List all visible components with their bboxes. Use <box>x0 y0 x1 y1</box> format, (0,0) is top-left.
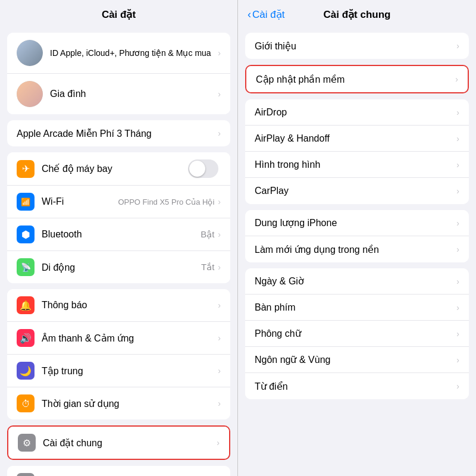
general-highlighted-section: ⚙ Cài đặt chung › <box>7 425 230 460</box>
family-label: Gia đình <box>50 89 218 99</box>
general-item[interactable]: ⚙ Cài đặt chung › <box>8 427 229 459</box>
dictionary-chevron: › <box>456 381 459 391</box>
cellular-item[interactable]: 📡 Di động Tắt › <box>7 251 230 283</box>
airplay-label: AirPlay & Handoff <box>255 133 456 144</box>
bluetooth-label: Bluetooth <box>42 229 201 240</box>
airplane-toggle[interactable] <box>188 159 218 178</box>
wifi-chevron: › <box>218 197 221 206</box>
datetime-label: Ngày & Giờ <box>255 275 456 287</box>
iphone-storage-item[interactable]: Dung lượng iPhone › <box>245 210 469 236</box>
software-update-item[interactable]: Cập nhật phần mềm › <box>246 66 468 92</box>
screentime-label: Thời gian sử dụng <box>42 398 218 409</box>
profile-section: ID Apple, iCloud+, Phương tiện & Mục mua… <box>7 33 230 114</box>
bluetooth-value: Bật <box>201 229 214 240</box>
notifications-section: 🔔 Thông báo › 🔊 Âm thanh & Cảm ứng › 🌙 T… <box>7 289 230 419</box>
iphone-storage-chevron: › <box>456 218 459 228</box>
fonts-item[interactable]: Phông chữ › <box>245 321 469 347</box>
family-item[interactable]: Gia đình › <box>7 74 230 114</box>
cellular-icon: 📡 <box>17 258 35 276</box>
back-button[interactable]: ‹ Cài đặt <box>248 8 284 21</box>
cellular-value: Tắt <box>201 262 214 273</box>
general-chevron: › <box>217 438 220 447</box>
notifications-chevron: › <box>218 300 221 310</box>
pip-item[interactable]: Hình trong hình › <box>245 152 469 178</box>
background-refresh-label: Làm mới ứng dụng trong nền <box>255 244 456 255</box>
about-label: Giới thiệu <box>255 40 456 52</box>
arcade-section: Apple Arcade Miễn Phí 3 Tháng › <box>7 120 230 146</box>
left-header: Cài đặt <box>0 0 237 27</box>
avatar-apple-id <box>17 40 43 66</box>
sounds-item[interactable]: 🔊 Âm thanh & Cảm ứng › <box>7 322 230 355</box>
more-section: ⊞ Trung tâm điều khiển › AA Màn hình & Đ… <box>7 466 230 476</box>
airdrop-label: AirDrop <box>255 107 456 118</box>
bluetooth-item[interactable]: ⬢ Bluetooth Bật › <box>7 218 230 251</box>
back-label: Cài đặt <box>252 8 284 21</box>
keyboard-item[interactable]: Bàn phím › <box>245 295 469 321</box>
avatar-family <box>17 81 43 107</box>
right-panel: ‹ Cài đặt Cài đặt chung Giới thiệu › Cập… <box>238 0 476 476</box>
airdrop-chevron: › <box>456 108 459 117</box>
apple-id-chevron: › <box>218 48 221 58</box>
arcade-item[interactable]: Apple Arcade Miễn Phí 3 Tháng › <box>7 120 230 146</box>
arcade-label: Apple Arcade Miễn Phí 3 Tháng <box>17 128 218 139</box>
screentime-chevron: › <box>218 399 221 408</box>
notifications-label: Thông báo <box>42 300 218 311</box>
control-center-icon: ⊞ <box>17 473 35 476</box>
arcade-chevron: › <box>218 129 221 138</box>
focus-item[interactable]: 🌙 Tập trung › <box>7 355 230 387</box>
storage-section: Dung lượng iPhone › Làm mới ứng dụng tro… <box>245 210 469 262</box>
fonts-chevron: › <box>456 329 459 339</box>
carplay-item[interactable]: CarPlay › <box>245 178 469 204</box>
wifi-value: OPPO Find X5 Pro Của Hội <box>118 198 214 206</box>
airplane-item[interactable]: ✈ Chế độ máy bay <box>7 152 230 186</box>
bluetooth-chevron: › <box>218 230 221 239</box>
back-chevron-icon: ‹ <box>248 8 251 21</box>
datetime-section: Ngày & Giờ › Bàn phím › Phông chữ › Ngôn… <box>245 268 469 399</box>
general-icon: ⚙ <box>18 434 36 452</box>
notifications-icon: 🔔 <box>17 296 35 314</box>
dictionary-label: Từ điển <box>255 381 456 392</box>
connectivity-section: ✈ Chế độ máy bay 📶 Wi‑Fi OPPO Find X5 Pr… <box>7 152 230 283</box>
carplay-label: CarPlay <box>255 186 456 196</box>
pip-chevron: › <box>456 160 459 170</box>
software-update-label: Cập nhật phần mềm <box>256 74 455 85</box>
screentime-icon: ⏱ <box>17 394 35 412</box>
about-chevron: › <box>456 41 459 51</box>
apple-id-label: ID Apple, iCloud+, Phương tiện & Mục mua <box>50 48 218 58</box>
cellular-label: Di động <box>42 262 201 273</box>
notifications-item[interactable]: 🔔 Thông báo › <box>7 289 230 322</box>
apple-id-item[interactable]: ID Apple, iCloud+, Phương tiện & Mục mua… <box>7 33 230 74</box>
right-header: ‹ Cài đặt Cài đặt chung <box>238 0 476 27</box>
airplane-icon: ✈ <box>17 160 35 178</box>
family-chevron: › <box>218 89 221 99</box>
focus-chevron: › <box>218 366 221 375</box>
background-refresh-chevron: › <box>456 245 459 254</box>
datetime-chevron: › <box>456 277 459 286</box>
wifi-label: Wi‑Fi <box>42 196 118 207</box>
iphone-storage-label: Dung lượng iPhone <box>255 217 456 228</box>
language-label: Ngôn ngữ & Vùng <box>255 354 456 365</box>
sounds-icon: 🔊 <box>17 329 35 347</box>
dictionary-item[interactable]: Từ điển › <box>245 373 469 399</box>
carplay-chevron: › <box>456 186 459 196</box>
language-item[interactable]: Ngôn ngữ & Vùng › <box>245 347 469 373</box>
airdrop-item[interactable]: AirDrop › <box>245 99 469 126</box>
software-update-chevron: › <box>455 74 458 84</box>
pip-label: Hình trong hình <box>255 159 456 170</box>
cellular-chevron: › <box>218 262 221 272</box>
general-label: Cài đặt chung <box>43 437 217 449</box>
airplay-chevron: › <box>456 134 459 143</box>
right-connectivity-section: AirDrop › AirPlay & Handoff › Hình trong… <box>245 99 469 204</box>
keyboard-chevron: › <box>456 303 459 312</box>
wifi-item[interactable]: 📶 Wi‑Fi OPPO Find X5 Pro Của Hội › <box>7 186 230 218</box>
right-title: Cài đặt chung <box>324 8 391 21</box>
about-item[interactable]: Giới thiệu › <box>245 33 469 59</box>
screentime-item[interactable]: ⏱ Thời gian sử dụng › <box>7 387 230 419</box>
airplane-label: Chế độ máy bay <box>42 163 188 174</box>
wifi-icon: 📶 <box>17 193 35 211</box>
focus-icon: 🌙 <box>17 362 35 380</box>
datetime-item[interactable]: Ngày & Giờ › <box>245 268 469 295</box>
background-refresh-item[interactable]: Làm mới ứng dụng trong nền › <box>245 236 469 262</box>
control-center-item[interactable]: ⊞ Trung tâm điều khiển › <box>7 466 230 476</box>
airplay-item[interactable]: AirPlay & Handoff › <box>245 126 469 152</box>
